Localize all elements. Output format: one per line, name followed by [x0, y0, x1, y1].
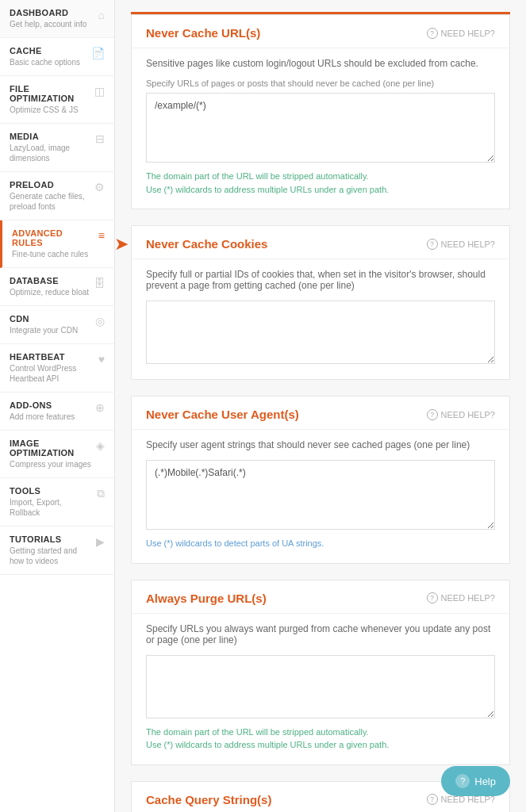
sidebar-item-desc-file-optimization: Optimize CSS & JS — [10, 105, 90, 115]
sidebar-icon-preload: ⚙ — [94, 181, 105, 193]
sidebar-item-media[interactable]: MEDIALazyLoad, image dimensions⊟ — [0, 124, 114, 172]
sidebar-icon-dashboard: ⌂ — [98, 9, 105, 21]
sidebar-item-tools[interactable]: TOOLSImport, Export, Rollback⧉ — [0, 478, 114, 527]
sidebar-item-desc-heartbeat: Control WordPress Heartbeat API — [10, 363, 94, 384]
sidebar-item-title-advanced-rules: ADVANCED RULES — [12, 228, 94, 247]
section-never-cache-user-agent: Never Cache User Agent(s)?NEED HELP?Spec… — [131, 396, 510, 564]
sidebar-icon-tutorials: ▶ — [96, 535, 105, 548]
sidebar-icon-image-optimization: ◈ — [96, 439, 105, 452]
sidebar-item-cache[interactable]: CACHEBasic cache options📄 — [0, 38, 114, 76]
sidebar-item-desc-cdn: Integrate your CDN — [10, 325, 91, 335]
need-help-label: NEED HELP? — [441, 239, 495, 249]
sidebar-item-add-ons[interactable]: ADD-ONSAdd more features⊕ — [0, 393, 114, 431]
sidebar-item-file-optimization[interactable]: FILE OPTIMIZATIONOptimize CSS & JS◫ — [0, 76, 114, 124]
section-title-always-purge-urls: Always Purge URL(s) — [146, 592, 267, 605]
section-header-always-purge-urls: Always Purge URL(s)?NEED HELP? — [132, 580, 509, 614]
section-title-never-cache-user-agent: Never Cache User Agent(s) — [146, 408, 299, 421]
help-button[interactable]: ? Help — [441, 766, 510, 796]
textarea-never-cache-urls[interactable] — [146, 93, 495, 163]
need-help-always-purge-urls[interactable]: ?NEED HELP? — [427, 592, 495, 603]
section-desc-never-cache-cookies: Specify full or partial IDs of cookies t… — [146, 269, 495, 291]
sidebar-icon-media: ⊟ — [95, 132, 105, 145]
sidebar-item-desc-tools: Import, Export, Rollback — [10, 497, 93, 518]
sidebar-icon-tools: ⧉ — [97, 487, 105, 500]
section-always-purge-urls: Always Purge URL(s)?NEED HELP?Specify UR… — [131, 580, 510, 765]
sidebar-icon-add-ons: ⊕ — [95, 401, 105, 414]
sidebar-item-title-heartbeat: HEARTBEAT — [10, 352, 94, 362]
need-help-never-cache-user-agent[interactable]: ?NEED HELP? — [427, 409, 495, 420]
sidebar-item-title-tutorials: TUTORIALS — [10, 534, 92, 544]
help-circle-icon: ? — [427, 794, 438, 805]
section-never-cache-cookies: Never Cache Cookies?NEED HELP?Specify fu… — [131, 225, 510, 380]
need-help-never-cache-cookies[interactable]: ?NEED HELP? — [427, 239, 495, 250]
textarea-never-cache-user-agent[interactable] — [146, 460, 495, 530]
sidebar-item-database[interactable]: DATABASEOptimize, reduce bloat🗄 — [0, 268, 114, 306]
need-help-label: NEED HELP? — [441, 29, 495, 38]
help-label: Help — [474, 776, 496, 787]
sidebar-item-title-tools: TOOLS — [10, 486, 93, 496]
need-help-label: NEED HELP? — [441, 410, 495, 419]
sidebar-item-desc-dashboard: Get help, account info — [10, 19, 94, 29]
section-body-never-cache-urls: Sensitive pages like custom login/logout… — [132, 48, 509, 209]
section-notes-never-cache-urls: The domain part of the URL will be strip… — [146, 170, 495, 196]
sidebar-icon-database: 🗄 — [94, 277, 105, 289]
sidebar-item-desc-add-ons: Add more features — [10, 412, 91, 422]
sidebar-item-title-database: DATABASE — [10, 276, 90, 285]
need-help-label: NEED HELP? — [441, 593, 495, 603]
sidebar-item-title-image-optimization: IMAGE OPTIMIZATION — [10, 439, 92, 458]
section-title-never-cache-cookies: Never Cache Cookies — [146, 237, 267, 251]
sidebar-item-heartbeat[interactable]: HEARTBEATControl WordPress Heartbeat API… — [0, 344, 114, 393]
sidebar-item-advanced-rules[interactable]: ADVANCED RULESFine-tune cache rules≡➤ — [0, 220, 114, 268]
sidebar-item-title-dashboard: DASHBOARD — [10, 8, 94, 17]
section-never-cache-urls: Never Cache URL(s)?NEED HELP?Sensitive p… — [131, 14, 510, 209]
sidebar-item-cdn[interactable]: CDNIntegrate your CDN◎ — [0, 306, 114, 344]
help-circle-icon: ? — [427, 409, 438, 420]
sidebar-icon-file-optimization: ◫ — [94, 85, 105, 98]
sidebar-item-title-preload: PRELOAD — [10, 180, 90, 190]
sidebar-icon-cache: 📄 — [91, 47, 105, 59]
main-content: Never Cache URL(s)?NEED HELP?Sensitive p… — [115, 0, 526, 812]
section-title-never-cache-urls: Never Cache URL(s) — [146, 26, 260, 40]
sidebar-item-desc-cache: Basic cache options — [10, 57, 87, 67]
help-circle-icon: ? — [427, 28, 438, 39]
sidebar: DASHBOARDGet help, account info⌂CACHEBas… — [0, 0, 115, 812]
sidebar-icon-heartbeat: ♥ — [98, 353, 105, 366]
sidebar-item-title-add-ons: ADD-ONS — [10, 400, 91, 410]
sidebar-item-desc-image-optimization: Compress your images — [10, 459, 92, 469]
section-body-always-purge-urls: Specify URLs you always want purged from… — [132, 614, 509, 764]
section-header-never-cache-urls: Never Cache URL(s)?NEED HELP? — [132, 15, 509, 48]
sidebar-item-desc-preload: Generate cache files, preload fonts — [10, 191, 90, 212]
sidebar-icon-cdn: ◎ — [95, 315, 105, 327]
sidebar-item-title-cdn: CDN — [10, 314, 91, 324]
section-notes-always-purge-urls: The domain part of the URL will be strip… — [146, 726, 495, 752]
section-desc-never-cache-urls: Sensitive pages like custom login/logout… — [146, 58, 495, 69]
sidebar-item-desc-advanced-rules: Fine-tune cache rules — [12, 249, 94, 259]
textarea-always-purge-urls[interactable] — [146, 655, 495, 718]
section-desc-always-purge-urls: Specify URLs you always want purged from… — [146, 623, 495, 645]
need-help-never-cache-urls[interactable]: ?NEED HELP? — [427, 28, 495, 39]
sidebar-item-desc-media: LazyLoad, image dimensions — [10, 143, 91, 163]
sidebar-item-title-media: MEDIA — [10, 132, 91, 141]
sidebar-item-title-file-optimization: FILE OPTIMIZATION — [10, 84, 90, 103]
sidebar-item-desc-tutorials: Getting started and how to videos — [10, 546, 92, 566]
textarea-never-cache-cookies[interactable] — [146, 301, 495, 364]
section-desc-never-cache-user-agent: Specify user agent strings that should n… — [146, 439, 495, 450]
sidebar-item-preload[interactable]: PRELOADGenerate cache files, preload fon… — [0, 172, 114, 220]
section-notes-never-cache-user-agent: Use (*) wildcards to detect parts of UA … — [146, 537, 495, 550]
section-header-never-cache-cookies: Never Cache Cookies?NEED HELP? — [132, 226, 509, 259]
sidebar-item-title-cache: CACHE — [10, 46, 87, 56]
sidebar-item-desc-database: Optimize, reduce bloat — [10, 287, 90, 297]
section-body-never-cache-cookies: Specify full or partial IDs of cookies t… — [132, 259, 509, 379]
sidebar-item-image-optimization[interactable]: IMAGE OPTIMIZATIONCompress your images◈ — [0, 431, 114, 478]
section-header-never-cache-user-agent: Never Cache User Agent(s)?NEED HELP? — [132, 396, 509, 430]
sidebar-icon-advanced-rules: ≡ — [98, 229, 105, 242]
help-circle-icon: ? — [427, 592, 438, 603]
section-body-never-cache-user-agent: Specify user agent strings that should n… — [132, 430, 509, 563]
help-circle-icon: ? — [427, 239, 438, 250]
active-arrow-icon: ➤ — [114, 234, 129, 255]
section-label-never-cache-urls: Specify URLs of pages or posts that shou… — [146, 79, 495, 88]
sidebar-item-dashboard[interactable]: DASHBOARDGet help, account info⌂ — [0, 0, 114, 38]
help-icon: ? — [455, 774, 470, 788]
sidebar-item-tutorials[interactable]: TUTORIALSGetting started and how to vide… — [0, 527, 114, 575]
section-title-cache-query-strings: Cache Query String(s) — [146, 793, 271, 806]
